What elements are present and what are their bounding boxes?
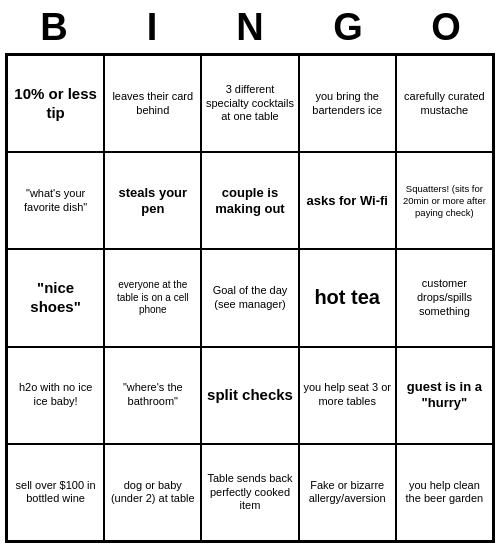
cell-22: Table sends back perfectly cooked item <box>201 444 298 541</box>
cell-7: couple is making out <box>201 152 298 249</box>
title-o: O <box>401 6 491 49</box>
cell-13: hot tea <box>299 249 396 346</box>
cell-5: "what's your favorite dish" <box>7 152 104 249</box>
cell-23: Fake or bizarre allergy/aversion <box>299 444 396 541</box>
cell-11: everyone at the table is on a cell phone <box>104 249 201 346</box>
cell-24: you help clean the beer garden <box>396 444 493 541</box>
cell-1: leaves their card behind <box>104 55 201 152</box>
cell-15: h2o with no ice ice baby! <box>7 347 104 444</box>
title-n: N <box>205 6 295 49</box>
cell-2: 3 different specialty cocktails at one t… <box>201 55 298 152</box>
title-b: B <box>9 6 99 49</box>
cell-19: guest is in a "hurry" <box>396 347 493 444</box>
cell-9: Squatters! (sits for 20min or more after… <box>396 152 493 249</box>
cell-0: 10% or less tip <box>7 55 104 152</box>
cell-12: Goal of the day (see manager) <box>201 249 298 346</box>
cell-4: carefully curated mustache <box>396 55 493 152</box>
bingo-title: B I N G O <box>5 0 495 53</box>
cell-17: split checks <box>201 347 298 444</box>
cell-16: "where's the bathroom" <box>104 347 201 444</box>
title-g: G <box>303 6 393 49</box>
cell-10: "nice shoes" <box>7 249 104 346</box>
bingo-grid: 10% or less tip leaves their card behind… <box>5 53 495 543</box>
title-i: I <box>107 6 197 49</box>
cell-21: dog or baby (under 2) at table <box>104 444 201 541</box>
cell-3: you bring the bartenders ice <box>299 55 396 152</box>
cell-8: asks for Wi-fi <box>299 152 396 249</box>
cell-14: customer drops/spills something <box>396 249 493 346</box>
cell-6: steals your pen <box>104 152 201 249</box>
cell-20: sell over $100 in bottled wine <box>7 444 104 541</box>
cell-18: you help seat 3 or more tables <box>299 347 396 444</box>
